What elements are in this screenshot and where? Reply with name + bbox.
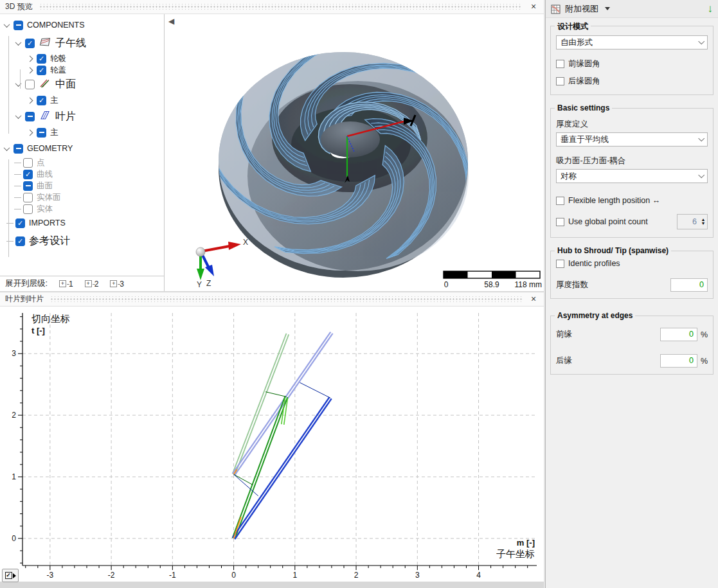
tree-expander-icon[interactable] [27,97,33,103]
tree-item-label: IMPORTS [29,218,66,227]
impeller-3d-canvas[interactable]: XYZ058.9118 mm [165,14,544,291]
triad-origin [196,247,205,256]
asymmetry-group: Asymmetry at edges 前缘 0 % 后缘 0 % [550,316,714,375]
coupling-select[interactable]: 对称 [556,169,708,183]
expand-level-1-button[interactable]: +1 [59,280,73,289]
tree-item-label: 主 [50,95,58,106]
tree-expander-icon[interactable] [15,112,22,119]
spinner-down-icon[interactable]: ▼ [701,222,706,226]
tree-item-主[interactable]: ✓主 [0,93,164,108]
titlebar-drag-texture[interactable] [50,296,522,302]
tree-expander-icon[interactable] [15,39,22,46]
titlebar-drag-texture[interactable] [39,4,522,10]
left-column: 3D 预览 × COMPONENTS✓子午线✓轮毂✓轮盖中面✓主叶片主GEOME… [0,0,544,588]
tree-expander-icon[interactable] [4,21,10,28]
basic-settings-group: Basic settings 厚度定义 垂直于平均线 吸力面-压力面-耦合 对称… [550,108,714,238]
chevron-down-icon[interactable] [605,7,610,10]
close-icon[interactable]: × [528,294,539,305]
svg-text:子午坐标: 子午坐标 [496,548,535,559]
tree-item-GEOMETRY[interactable]: GEOMETRY [0,140,164,157]
tree-checkbox[interactable] [13,21,23,30]
tree-checkbox[interactable] [25,80,35,89]
close-icon[interactable]: × [528,2,539,12]
global-point-count-checkbox[interactable] [556,218,564,226]
trailing-edge-fillet-checkbox[interactable] [556,77,564,85]
tree-item-曲线[interactable]: ✓曲线 [0,168,164,180]
tree-checkbox[interactable]: ✓ [15,218,25,228]
tree-item-label: 参考设计 [29,235,70,248]
thickness-exponent-input[interactable]: 0 [670,278,708,292]
tree-checkbox[interactable] [13,144,23,154]
tree-checkbox[interactable]: ✓ [15,236,25,246]
tree-item-轮毂[interactable]: ✓轮毂 [0,53,164,64]
tree-item-主[interactable]: 主 [0,125,164,140]
tree-item-实体面[interactable]: 实体面 [0,192,164,203]
x-axis-arrow [228,242,241,250]
trailing-edge-asym-input[interactable]: 0 [660,354,697,368]
expand-level-3-button[interactable]: +3 [110,280,124,289]
tree-checkbox[interactable] [23,158,33,168]
tree-item-label: 实体面 [37,192,61,203]
tree-item-label: 中面 [55,78,76,91]
blade-to-blade-titlebar: 叶片到叶片 × [0,292,544,307]
svg-text:2: 2 [12,411,16,420]
flexible-length-checkbox[interactable] [556,197,564,205]
view-options-button[interactable]: ✓ [2,569,19,582]
additional-views-panel: 附加视图 ↓ 设计模式 自由形式 前缘圆角 后缘圆角 Basic setting… [545,0,718,588]
tree-item-子午线[interactable]: ✓子午线 [0,33,164,53]
tree-checkbox[interactable]: ✓ [23,170,33,179]
tree-item-label: 点 [37,157,45,168]
tree-checkbox[interactable] [37,128,46,138]
tree-expander-icon[interactable] [27,55,33,62]
tree-item-点[interactable]: 点 [0,157,164,168]
tree-checkbox[interactable]: ✓ [25,39,35,48]
tree-item-IMPORTS[interactable]: ✓IMPORTS [0,215,164,231]
tree-item-实体[interactable]: 实体 [0,203,164,215]
basic-settings-title: Basic settings [555,103,612,112]
tree-expander-icon[interactable] [4,145,10,151]
tree-item-COMPONENTS[interactable]: COMPONENTS [0,17,164,33]
collapse-panel-icon[interactable]: ◀ [168,17,174,26]
svg-text:4: 4 [476,571,481,580]
svg-text:2: 2 [354,571,359,580]
tree-checkbox[interactable]: ✓ [37,96,46,105]
tree-expander-icon[interactable] [27,129,33,136]
tree-checkbox[interactable] [23,204,33,214]
chevron-down-icon [698,172,705,178]
asymmetry-title: Asymmetry at edges [555,311,635,320]
checkbox-icon: ✓ [5,572,12,579]
tree-item-叶片[interactable]: 叶片 [0,108,164,125]
identic-profiles-checkbox[interactable] [556,260,564,268]
svg-text:Y: Y [197,280,202,289]
tree-checkbox[interactable] [25,112,35,121]
tree-item-参考设计[interactable]: ✓参考设计 [0,231,164,251]
tree-item-轮盖[interactable]: ✓轮盖 [0,64,164,76]
flexible-length-row: Flexible length position ↔ [556,196,708,205]
leading-edge-fillet-checkbox[interactable] [556,60,564,68]
tree-item-label: 主 [50,127,58,138]
tree-expander-icon[interactable] [27,67,33,73]
tree-checkbox[interactable] [23,181,33,191]
apply-down-icon[interactable]: ↓ [708,3,714,15]
leading-edge-asym-input[interactable]: 0 [660,328,697,341]
blade-to-blade-chart: -3-2-1012340123切向坐标t [-]m [-]子午坐标 [0,307,544,582]
svg-text:3: 3 [12,349,16,358]
svg-text:3: 3 [415,571,420,580]
svg-text:Z: Z [206,279,211,288]
flyout-arrow-icon [13,573,16,578]
tree-checkbox[interactable] [23,193,33,202]
tree-item-中面[interactable]: 中面 [0,76,164,93]
expand-to-level-label: 展开到层级: [5,278,48,289]
svg-text:1: 1 [12,472,16,481]
3d-viewport[interactable]: ◀ XYZ058.9118 mm [165,14,544,291]
svg-text:X: X [243,238,248,247]
svg-text:t [-]: t [-] [31,326,45,335]
expand-level-2-button[interactable]: +2 [85,280,99,289]
tree-checkbox[interactable]: ✓ [37,54,46,64]
tree-item-曲面[interactable]: 曲面 [0,180,164,192]
tree-item-label: 叶片 [55,110,76,123]
design-mode-select[interactable]: 自由形式 [556,35,708,49]
point-count-spinner[interactable]: 6 ▲ ▼ [677,214,708,229]
thickness-definition-select[interactable]: 垂直于平均线 [556,132,708,147]
tree-checkbox[interactable]: ✓ [37,66,46,75]
